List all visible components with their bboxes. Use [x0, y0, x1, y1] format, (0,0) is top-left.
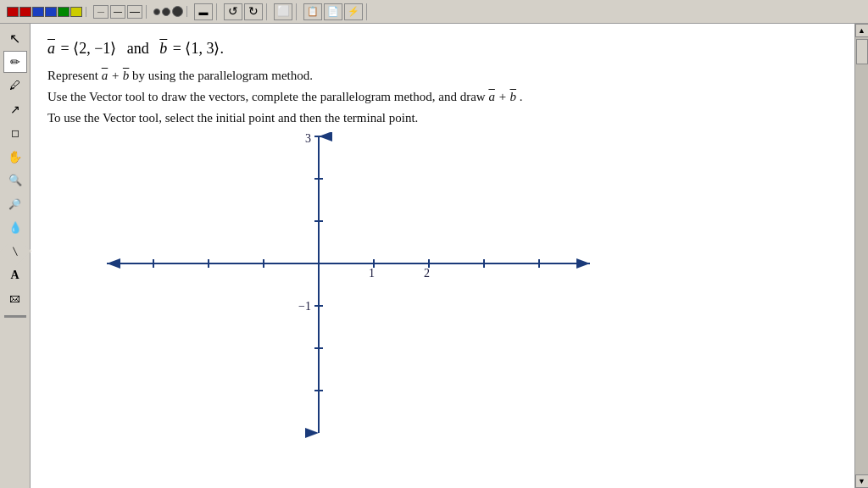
label-x2: 2 — [424, 267, 430, 280]
vector-a-equals: = ⟨2, −1⟩ — [61, 40, 117, 57]
tool2-btn[interactable]: 📄 — [324, 3, 342, 20]
vector-b-equals: = ⟨1, 3⟩. — [173, 40, 224, 57]
dot-small[interactable] — [153, 8, 160, 15]
scroll-track[interactable] — [855, 37, 869, 474]
undo-btn[interactable]: ↺ — [224, 3, 242, 20]
hand-tool[interactable]: ✋ — [3, 146, 27, 168]
main-content: a = ⟨2, −1⟩ and b = ⟨1, 3⟩. Represent a … — [31, 24, 854, 488]
dot-medium[interactable] — [162, 8, 170, 16]
color-red1[interactable] — [7, 7, 19, 17]
represent-text: Represent — [47, 69, 102, 82]
scroll-down-btn[interactable]: ▼ — [855, 474, 869, 488]
instruction-2: Use the Vector tool to draw the vectors,… — [47, 90, 837, 104]
line-medium-btn[interactable]: — — [110, 5, 125, 19]
toolbar-group-lines: — — — — [90, 5, 147, 19]
toolbar-group-arrows: ↺ ↻ — [220, 3, 267, 20]
instruction-3-text: To use the Vector tool, select the initi… — [47, 111, 418, 125]
vector-a-label: a — [47, 37, 55, 60]
tool3-btn[interactable]: ⚡ — [344, 3, 363, 20]
line-thin-btn[interactable]: — — [93, 5, 108, 19]
connector-and: and — [127, 40, 149, 57]
eraser-tool[interactable]: ◻ — [3, 122, 27, 144]
toolbar-group-misc: 📋 📄 ⚡ — [300, 3, 367, 20]
text-tool[interactable]: A — [3, 264, 27, 286]
line-thick-btn[interactable]: — — [127, 5, 142, 19]
instruction-3: To use the Vector tool, select the initi… — [47, 111, 837, 125]
divider-tool — [4, 315, 26, 318]
pencil-tool[interactable]: ✏ — [3, 51, 27, 73]
screen-btn[interactable]: ▬ — [194, 3, 213, 20]
toolbar-group-screen: ▬ — [191, 3, 217, 20]
color-green[interactable] — [58, 7, 70, 17]
graph-container: 1 2 3 −1 — [98, 132, 607, 437]
color-blue2[interactable] — [45, 7, 57, 17]
arrow-tool[interactable]: ↗ — [3, 98, 27, 120]
redo-btn[interactable]: ↻ — [244, 3, 263, 20]
right-scrollbar[interactable]: ▲ ▼ — [854, 24, 868, 488]
instruction-2-prefix: Use the Vector tool to draw the vectors,… — [47, 90, 488, 103]
instruction-1: Represent a + b by using the parallelogr… — [47, 69, 837, 83]
label-y3: 3 — [305, 132, 311, 146]
zoom-out-tool[interactable]: 🔎 — [3, 193, 27, 215]
instruction-2-period: . — [520, 90, 523, 103]
color-yellow[interactable] — [70, 7, 82, 17]
color-blue[interactable] — [32, 7, 44, 17]
stamp-tool[interactable]: 🖂 — [3, 288, 27, 310]
line-tool[interactable]: / — [0, 236, 31, 268]
vector-sum-symbol: a + b — [488, 90, 519, 103]
zoom-in-tool[interactable]: 🔍 — [3, 169, 27, 191]
toolbar-group-undo — [3, 7, 86, 17]
coordinate-graph — [98, 132, 607, 446]
tool1-btn[interactable]: 📋 — [303, 3, 322, 20]
dot-large[interactable] — [172, 6, 183, 17]
pen-tool[interactable]: 🖊 — [3, 75, 27, 97]
vector-a-plus-b: a + b — [102, 69, 132, 82]
top-toolbar: — — — ▬ ↺ ↻ ⬜ 📋 📄 ⚡ — [0, 0, 868, 24]
instruction-1-suffix: by using the parallelogram method. — [132, 69, 313, 82]
color-red2[interactable] — [19, 7, 31, 17]
cursor-tool[interactable]: ↖ — [3, 27, 27, 49]
toolbar-group-view: ⬜ — [270, 3, 297, 20]
vector-b-label: b — [159, 37, 167, 60]
toolbar-group-dots — [150, 6, 187, 17]
view-btn[interactable]: ⬜ — [274, 3, 292, 20]
left-toolbar: ↖ ✏ 🖊 ↗ ◻ ✋ 🔍 🔎 💧 / A 🖂 — [0, 24, 31, 488]
label-y-neg1: −1 — [298, 300, 311, 313]
equation-line: a = ⟨2, −1⟩ and b = ⟨1, 3⟩. — [47, 37, 837, 60]
label-x1: 1 — [369, 267, 375, 280]
scroll-up-btn[interactable]: ▲ — [855, 24, 869, 37]
scroll-thumb[interactable] — [856, 39, 868, 64]
